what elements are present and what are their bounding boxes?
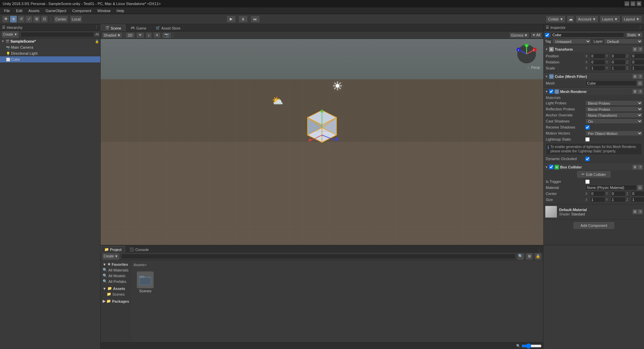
transform-help-button[interactable]: ? [638,47,643,52]
menu-window[interactable]: Window [95,8,113,13]
rotation-z-field[interactable] [631,59,644,65]
layout-dropdown[interactable]: Layout ▼ [622,15,642,23]
box-collider-settings-button[interactable]: ⚙ [633,165,637,169]
add-component-button[interactable]: Add Component [574,222,614,229]
static-button[interactable]: Static ▼ [626,32,643,38]
hierarchy-options[interactable]: ⋮ [95,25,98,30]
rotation-x-field[interactable] [590,59,605,65]
project-options-button[interactable]: ⊞ [526,253,533,260]
menu-gameobject[interactable]: GameObject [43,8,69,13]
minimize-button[interactable]: — [625,1,629,6]
hierarchy-item-cube[interactable]: ⬜ Cube [0,56,100,62]
position-z-field[interactable] [631,53,644,59]
all-prefabs-item[interactable]: 🔍 All Prefabs [102,279,129,284]
hierarchy-item-maincamera[interactable]: 📷 Main Camera [0,44,100,50]
center-y-field[interactable] [610,191,626,196]
lightmap-static-checkbox[interactable] [585,137,590,142]
tab-project[interactable]: 📁 Project [101,246,125,253]
size-z-field[interactable] [631,197,644,202]
tag-dropdown[interactable]: Untagged [552,39,591,44]
fx-button[interactable]: ✦ [153,32,161,38]
cloud-button[interactable]: ☁ [567,15,574,23]
pause-button[interactable]: ⏸ [238,15,248,23]
center-x-field[interactable] [590,191,605,196]
maximize-button[interactable]: □ [631,1,635,6]
axis-gizmo[interactable]: X Y Z [517,44,537,64]
all-models-item[interactable]: 🔍 All Models [102,273,129,279]
tab-game[interactable]: 🎮 Game [126,24,151,31]
scene-viewport[interactable]: ☀ ⛅ [101,39,543,245]
local-global-button[interactable]: Local [70,15,82,23]
all-materials-item[interactable]: 🔍 All Materials [102,267,129,273]
mesh-filter-header[interactable]: ▼ ⬡ Cube (Mesh Filter) ⚙ ? [544,73,644,80]
size-y-field[interactable] [610,197,626,202]
scale-x-field[interactable] [590,65,605,71]
hierarchy-all-btn[interactable]: All [95,33,99,36]
rect-tool[interactable]: ⊞ [33,15,40,23]
packages-section[interactable]: ▶ 📁 Packages [102,298,129,304]
edit-collider-button[interactable]: ✏ Edit Collider [577,171,610,178]
scale-z-field[interactable] [631,65,644,71]
rotation-y-field[interactable] [610,59,626,65]
2d-toggle-button[interactable]: 2D [125,32,135,38]
menu-help[interactable]: Help [114,8,127,13]
transform-settings-button[interactable]: ⚙ [633,47,637,52]
mesh-renderer-help-button[interactable]: ? [638,89,643,94]
material-help-button[interactable]: ? [638,209,643,214]
mesh-renderer-toggle[interactable] [549,89,553,94]
mesh-filter-help-button[interactable]: ? [638,74,643,79]
shading-mode-dropdown[interactable]: Shaded ▼ [102,32,122,38]
light-probes-dropdown[interactable]: Blend Probes [585,100,643,106]
account-dropdown[interactable]: Account ▼ [576,15,598,23]
scenes-folder[interactable]: Scenes [133,271,157,293]
project-options[interactable]: ⋮ [535,248,543,253]
box-collider-toggle[interactable] [549,165,553,169]
tab-asset-store[interactable]: 🛒 Asset Store [151,24,185,31]
mesh-renderer-settings-button[interactable]: ⚙ [633,89,637,94]
all-filter-dropdown[interactable]: ✦ All [531,32,542,38]
layer-dropdown[interactable]: Default [604,39,643,44]
layers-dropdown[interactable]: Layers ▼ [600,15,620,23]
size-x-field[interactable] [590,197,605,202]
hand-tool[interactable]: ✥ [2,15,9,23]
scale-y-field[interactable] [610,65,626,71]
gizmos-dropdown[interactable]: Gizmos ▼ [509,32,529,38]
menu-assets[interactable]: Assets [26,8,42,13]
center-pivot-button[interactable]: Center [54,15,68,23]
inspector-options[interactable]: ⋮ [638,25,642,30]
rotate-tool[interactable]: ↺ [17,15,25,23]
play-button[interactable]: ▶ [226,15,236,23]
material-settings-button[interactable]: ⚙ [633,209,637,214]
menu-edit[interactable]: Edit [13,8,25,13]
lighting-button[interactable]: ☀ [136,32,144,38]
cast-shadows-dropdown[interactable]: On [585,118,643,124]
position-x-field[interactable] [590,53,605,59]
project-search-button[interactable]: 🔍 [517,253,524,260]
menu-file[interactable]: File [1,8,13,13]
zoom-slider[interactable] [522,343,542,349]
mesh-filter-settings-button[interactable]: ⚙ [633,74,637,79]
dynamic-occluded-checkbox[interactable] [585,157,590,161]
menu-component[interactable]: Component [69,8,94,13]
anchor-override-dropdown[interactable]: None (Transform) [585,112,643,118]
project-create-button[interactable]: Create ▼ [102,253,120,260]
tab-console[interactable]: ⬛ Console [126,246,152,253]
collider-material-field[interactable] [585,185,637,190]
move-tool[interactable]: ⊕ [10,15,17,23]
is-trigger-checkbox[interactable] [585,180,590,184]
mesh-picker-button[interactable]: ◎ [637,81,643,86]
camera-settings-button[interactable]: 📷 [162,32,171,38]
project-search-input[interactable] [121,254,516,259]
center-z-field[interactable] [631,191,644,196]
scenes-folder-item[interactable]: 📁 Scenes [102,291,129,297]
box-collider-help-button[interactable]: ? [638,165,643,169]
assets-section[interactable]: ▼ 📁 Assets [102,286,129,291]
receive-shadows-checkbox[interactable] [585,125,590,130]
motion-vectors-dropdown[interactable]: Per Object Motion [585,131,643,136]
scale-tool[interactable]: ⤢ [25,15,33,23]
reflection-probes-dropdown[interactable]: Blend Probes [585,106,643,112]
collider-material-picker[interactable]: ◎ [637,185,643,190]
step-button[interactable]: ⏭ [251,15,260,23]
hierarchy-create-button[interactable]: Create ▼ [1,31,19,38]
project-lock-button[interactable]: 🔒 [534,253,542,260]
